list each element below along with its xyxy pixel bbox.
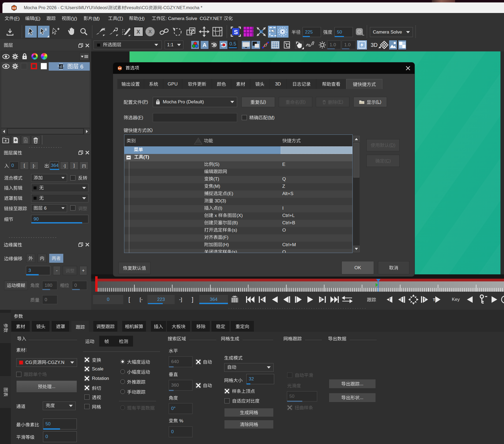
svg-text:T: T [389, 298, 391, 302]
svg-text:S: S [234, 29, 238, 35]
svg-text:T: T [433, 298, 435, 302]
svg-text:T: T [320, 298, 322, 302]
svg-text:T: T [424, 298, 426, 302]
svg-text:T: T [262, 298, 264, 302]
svg-text:T: T [400, 298, 402, 302]
svg-text:B: B [45, 28, 47, 31]
svg-text:s: s [260, 31, 262, 33]
